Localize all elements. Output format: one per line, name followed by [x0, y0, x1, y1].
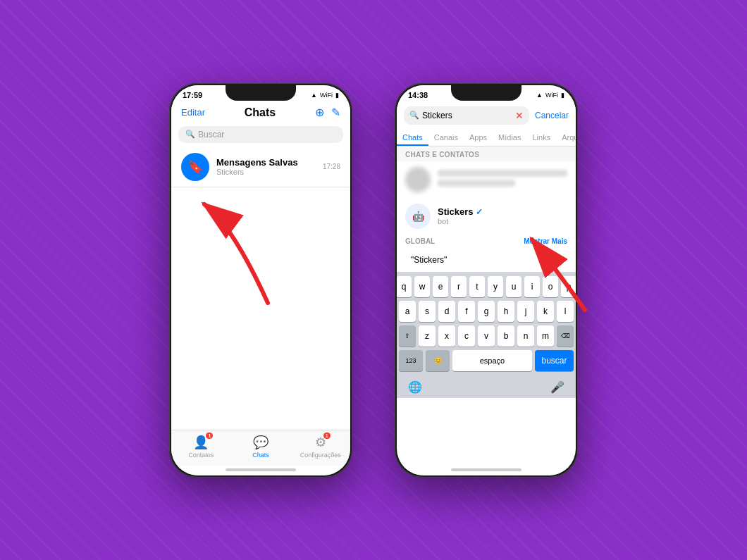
key-z[interactable]: z: [419, 325, 436, 347]
mic-icon[interactable]: 🎤: [550, 380, 564, 394]
key-a[interactable]: a: [399, 301, 416, 322]
key-w[interactable]: w: [414, 276, 430, 297]
key-n[interactable]: n: [517, 325, 534, 347]
blurred-lines: [438, 170, 567, 189]
tab-chats[interactable]: 💬 Chats: [231, 435, 291, 459]
nav-bar-1: Editar Chats ⊕ ✎: [171, 102, 350, 123]
chat-info-saved: Mensagens Salvas Stickers: [216, 157, 316, 176]
filter-tabs: Chats Canais Apps Mídias Links Arqui...: [397, 129, 576, 147]
verified-icon: ✓: [476, 207, 483, 217]
page-title-chats: Chats: [245, 106, 276, 119]
filter-tab-apps[interactable]: Apps: [464, 129, 493, 146]
keyboard-bottom-row: 🌐 🎤: [397, 378, 576, 398]
status-bar-2: 14:38 ▲ WiFi ▮: [397, 85, 576, 102]
time-1: 17:59: [183, 91, 202, 99]
tab-settings[interactable]: ⚙ 1 Configurações: [290, 435, 350, 459]
blurred-contact-item: [397, 161, 576, 198]
key-i[interactable]: i: [524, 276, 540, 297]
globe-icon[interactable]: 🌐: [408, 380, 422, 394]
key-emoji[interactable]: 😊: [426, 350, 450, 371]
filter-tab-canais[interactable]: Canais: [428, 129, 464, 146]
settings-icon: ⚙ 1: [315, 435, 326, 450]
search-placeholder-1: Buscar: [198, 130, 224, 139]
signal-icon-2: ▲: [536, 92, 543, 99]
search-header-2: 🔍 Stickers ✕ Cancelar: [397, 102, 576, 129]
battery-icon-2: ▮: [561, 92, 564, 99]
home-indicator-2: [397, 466, 576, 475]
key-u[interactable]: u: [506, 276, 521, 297]
stickers-sub: bot: [438, 217, 567, 225]
filter-tab-chats[interactable]: Chats: [397, 129, 428, 146]
chat-time-saved: 17:28: [323, 163, 340, 170]
keyboard-row-3: ⇧ z x c v b n m ⌫: [399, 325, 574, 347]
keyboard-row-2: a s d f g h j k l: [399, 301, 574, 322]
filter-tab-arqui[interactable]: Arqui...: [556, 129, 576, 146]
key-j[interactable]: j: [517, 301, 534, 322]
blurred-line-1: [438, 170, 567, 177]
key-x[interactable]: x: [438, 325, 455, 347]
key-123[interactable]: 123: [399, 350, 423, 371]
filter-tab-midias[interactable]: Mídias: [493, 129, 526, 146]
search-bar-1[interactable]: 🔍 Buscar: [178, 126, 343, 143]
tab-contatos[interactable]: 👤 1 Contatos: [171, 435, 231, 459]
blurred-avatar: [405, 167, 431, 192]
compose-icon[interactable]: ✎: [331, 107, 340, 118]
key-m[interactable]: m: [537, 325, 554, 347]
filter-tab-links[interactable]: Links: [526, 129, 556, 146]
key-d[interactable]: d: [438, 301, 455, 322]
chat-preview-saved: Stickers: [216, 168, 316, 176]
search-value: Stickers: [422, 111, 512, 120]
stickers-name: Stickers ✓: [438, 206, 567, 217]
home-indicator-1: [171, 466, 350, 475]
search-clear-icon[interactable]: ✕: [515, 110, 524, 121]
key-b[interactable]: b: [498, 325, 514, 347]
tab-bar-1: 👤 1 Contatos 💬 Chats ⚙ 1 Configurações: [171, 430, 350, 466]
home-bar-1: [226, 468, 296, 471]
tab-chats-label: Chats: [252, 452, 269, 459]
result-stickers[interactable]: 🤖 Stickers ✓ bot: [397, 198, 576, 235]
stickers-info: Stickers ✓ bot: [438, 206, 567, 225]
key-g[interactable]: g: [478, 301, 495, 322]
key-t[interactable]: t: [469, 276, 485, 297]
key-h[interactable]: h: [498, 301, 514, 322]
notch-1: [226, 85, 296, 101]
key-p[interactable]: p: [561, 276, 576, 297]
phone-1: 17:59 ▲ WiFi ▮ Editar Chats ⊕ ✎ 🔍 Buscar: [169, 83, 352, 478]
arrow-overlay: [0, 0, 747, 560]
key-s[interactable]: s: [419, 301, 436, 322]
mostrar-mais-button[interactable]: Mostrar Mais: [524, 237, 567, 245]
key-v[interactable]: v: [478, 325, 495, 347]
key-l[interactable]: l: [557, 301, 574, 322]
wifi-icon: WiFi: [320, 92, 333, 99]
new-chat-icon[interactable]: ⊕: [315, 107, 324, 118]
key-q[interactable]: q: [397, 276, 412, 297]
wifi-icon-2: WiFi: [545, 92, 558, 99]
key-k[interactable]: k: [537, 301, 554, 322]
chat-item-saved[interactable]: 🔖 Mensagens Salvas Stickers 17:28: [171, 147, 350, 187]
key-r[interactable]: r: [451, 276, 467, 297]
keyboard-row-4: 123 😊 espaço buscar: [399, 350, 574, 371]
key-c[interactable]: c: [458, 325, 475, 347]
key-search[interactable]: buscar: [535, 350, 574, 371]
key-o[interactable]: o: [543, 276, 558, 297]
section-chats-contacts: CHATS E CONTATOS: [397, 147, 576, 161]
search-icon-2: 🔍: [409, 111, 419, 120]
edit-button[interactable]: Editar: [181, 107, 205, 118]
search-bubble: "Stickers": [404, 251, 569, 269]
key-shift[interactable]: ⇧: [399, 325, 416, 347]
stickers-avatar: 🤖: [405, 204, 431, 229]
key-delete[interactable]: ⌫: [557, 325, 574, 347]
nav-icons-1: ⊕ ✎: [315, 107, 340, 118]
chat-name-saved: Mensagens Salvas: [216, 157, 316, 168]
key-e[interactable]: e: [433, 276, 448, 297]
settings-badge: 1: [323, 433, 331, 439]
key-f[interactable]: f: [458, 301, 475, 322]
battery-icon: ▮: [335, 92, 339, 99]
search-input-box[interactable]: 🔍 Stickers ✕: [404, 106, 529, 125]
status-icons-1: ▲ WiFi ▮: [311, 92, 339, 99]
global-section-label: GLOBAL Mostrar Mais: [397, 235, 576, 247]
cancel-button[interactable]: Cancelar: [535, 111, 569, 120]
status-bar-1: 17:59 ▲ WiFi ▮: [171, 85, 350, 102]
key-space[interactable]: espaço: [452, 350, 532, 371]
key-y[interactable]: y: [488, 276, 503, 297]
